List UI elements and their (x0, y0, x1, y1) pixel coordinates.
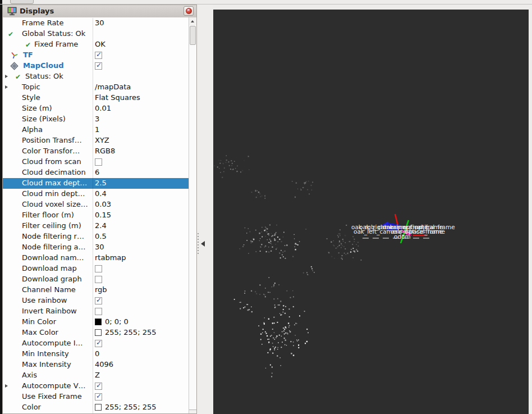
property-value[interactable] (95, 296, 190, 304)
property-row-download-nam[interactable]: Download nam…rtabmap (3, 253, 190, 263)
property-row-node-filtering-r[interactable]: Node filtering r…0.5 (3, 231, 190, 242)
property-row-download-map[interactable]: Download map (3, 263, 190, 274)
property-value[interactable] (95, 51, 190, 59)
property-value[interactable]: 2.5 (95, 179, 190, 187)
panel-splitter[interactable] (197, 4, 213, 414)
property-value[interactable]: 30 (95, 19, 190, 27)
property-value[interactable]: RGB8 (95, 147, 190, 155)
property-row-frame-rate[interactable]: Frame Rate30 (3, 18, 190, 29)
expand-arrow-icon[interactable] (5, 85, 8, 89)
property-row-global-status-ok[interactable]: ✔Global Status: Ok (3, 29, 190, 39)
property-value[interactable]: 6 (95, 168, 190, 176)
checkbox-checked[interactable] (95, 383, 102, 390)
checkbox-unchecked[interactable] (95, 265, 102, 272)
3d-viewport[interactable]: oak_rgb_camera_optical_frameoak_right_ca… (213, 10, 529, 414)
color-swatch[interactable] (95, 404, 102, 411)
property-row-cloud-from-scan[interactable]: Cloud from scan (3, 157, 190, 167)
property-value[interactable]: 0; 0; 0 (95, 317, 190, 326)
property-value[interactable]: 2.4 (95, 221, 190, 230)
property-value[interactable]: /mapData (95, 83, 190, 91)
property-row-download-graph[interactable]: Download graph (3, 274, 190, 285)
property-value[interactable]: 30 (95, 243, 190, 251)
property-value[interactable]: 0.01 (95, 104, 190, 112)
checkbox-checked[interactable] (95, 340, 102, 347)
checkbox-unchecked[interactable] (95, 276, 102, 283)
property-row-style[interactable]: StyleFlat Squares (3, 93, 190, 103)
property-value[interactable]: 0.15 (95, 211, 190, 219)
property-value[interactable] (95, 381, 190, 390)
property-value[interactable] (95, 339, 190, 347)
property-row-use-fixed-frame[interactable]: Use Fixed Frame (3, 392, 190, 402)
color-swatch[interactable] (95, 319, 102, 325)
property-value[interactable]: 255; 255; 255 (95, 403, 190, 411)
toolbar-button-fragment[interactable] (10, 0, 34, 4)
property-row-filter-floor-m[interactable]: Filter floor (m)0.15 (3, 210, 190, 221)
property-value[interactable] (95, 264, 190, 272)
checkbox-checked[interactable] (95, 52, 102, 59)
property-row-use-rainbow[interactable]: Use rainbow (3, 295, 190, 306)
property-value[interactable]: 4096 (95, 360, 190, 368)
property-row-alpha[interactable]: Alpha1 (3, 125, 190, 135)
property-value[interactable] (95, 157, 190, 166)
property-row-cloud-decimation[interactable]: Cloud decimation6 (3, 167, 190, 178)
property-row-topic[interactable]: Topic/mapData (3, 82, 190, 93)
property-row-mapcloud[interactable]: MapCloud (3, 61, 190, 71)
property-row-autocompute-i[interactable]: Autocompute I… (3, 338, 190, 349)
property-row-size-m[interactable]: Size (m)0.01 (3, 103, 190, 114)
property-row-axis[interactable]: AxisZ (3, 370, 190, 381)
property-row-max-intensity[interactable]: Max Intensity4096 (3, 360, 190, 370)
property-row-min-color[interactable]: Min Color0; 0; 0 (3, 317, 190, 327)
property-row-cloud-voxel-size[interactable]: Cloud voxel size…0.03 (3, 199, 190, 210)
property-value[interactable]: 255; 255; 255 (95, 328, 190, 336)
scroll-down-button[interactable] (189, 410, 196, 413)
property-row-max-color[interactable]: Max Color255; 255; 255 (3, 327, 190, 338)
property-row-min-intensity[interactable]: Min Intensity0 (3, 349, 190, 360)
property-row-status-ok[interactable]: ✔Status: Ok (3, 71, 190, 82)
splitter-handle[interactable] (198, 233, 199, 256)
property-value[interactable]: XYZ (95, 136, 190, 144)
property-row-color[interactable]: Color255; 255; 255 (3, 402, 190, 413)
collapse-panel-icon[interactable] (201, 241, 205, 247)
property-row-cloud-max-dept[interactable]: Cloud max dept…2.5 (3, 178, 190, 189)
property-value[interactable]: 3 (95, 115, 190, 123)
property-row-color-transfor[interactable]: Color Transfor…RGB8 (3, 146, 190, 157)
property-value[interactable]: 0.4 (95, 189, 190, 198)
property-value[interactable]: Flat Squares (95, 93, 190, 102)
property-row-position-transf[interactable]: Position Transf…XYZ (3, 135, 190, 146)
property-value[interactable] (95, 392, 190, 401)
color-swatch[interactable] (95, 329, 102, 336)
checkbox-checked[interactable] (95, 393, 102, 401)
property-row-fixed-frame[interactable]: ✔Fixed FrameOK (3, 39, 190, 50)
property-row-tf[interactable]: TF (3, 50, 190, 61)
property-value[interactable] (95, 307, 190, 315)
checkbox-unchecked[interactable] (95, 158, 102, 166)
property-value[interactable]: Z (95, 371, 190, 379)
property-value[interactable]: 0.5 (95, 232, 190, 240)
property-row-filter-ceiling-m[interactable]: Filter ceiling (m)2.4 (3, 221, 190, 231)
checkbox-checked[interactable] (95, 297, 102, 304)
scrollbar-thumb[interactable] (190, 26, 196, 45)
property-value[interactable]: 1 (95, 125, 190, 134)
property-value[interactable]: 0 (95, 349, 190, 358)
property-row-invert-rainbow[interactable]: Invert Rainbow (3, 306, 190, 317)
property-value[interactable]: rgb (95, 285, 190, 294)
column-divider[interactable] (93, 18, 93, 413)
expand-arrow-icon[interactable] (5, 384, 8, 388)
property-value[interactable]: 0.03 (95, 200, 190, 208)
property-value[interactable]: OK (95, 40, 190, 48)
displays-panel-header[interactable]: Displays (3, 5, 196, 18)
property-value[interactable]: rtabmap (95, 253, 190, 262)
checkbox-unchecked[interactable] (95, 308, 102, 315)
property-row-node-filtering-a[interactable]: Node filtering a…30 (3, 242, 190, 253)
property-row-size-pixels[interactable]: Size (Pixels)3 (3, 114, 190, 125)
property-row-autocompute-v[interactable]: Autocompute V… (3, 381, 190, 392)
property-row-channel-name[interactable]: Channel Namergb (3, 285, 190, 295)
property-value[interactable] (95, 61, 190, 70)
property-tree[interactable]: Frame Rate30✔Global Status: Ok✔Fixed Fra… (3, 17, 190, 413)
property-value[interactable] (95, 275, 190, 283)
panel-scrollbar[interactable] (189, 17, 196, 413)
property-row-cloud-min-dept[interactable]: Cloud min dept…0.4 (3, 189, 190, 199)
checkbox-checked[interactable] (95, 62, 102, 70)
close-panel-button[interactable] (184, 6, 194, 16)
scroll-up-button[interactable] (189, 17, 196, 25)
